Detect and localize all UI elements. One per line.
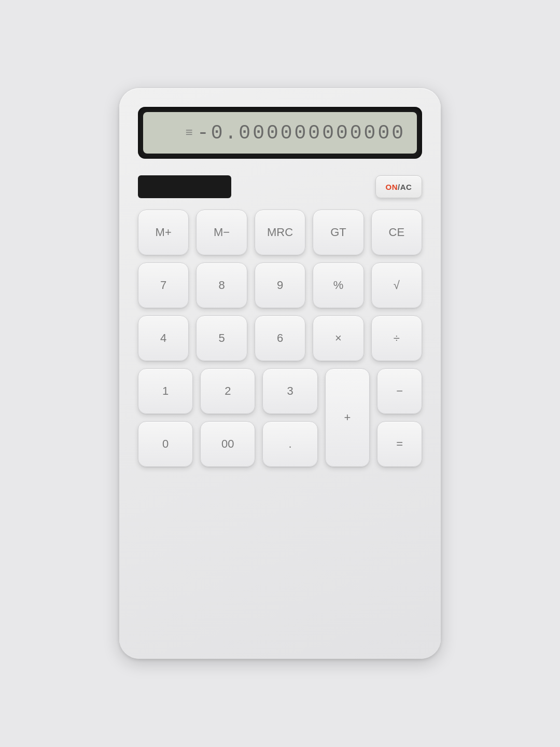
three-button[interactable]: 3 [262,368,317,414]
display-prefix: ≡ [186,126,193,140]
nine-button[interactable]: 9 [255,262,305,308]
zero-button[interactable]: 0 [138,421,193,467]
last-two-rows: 1 2 3 0 00 . + − [138,368,422,467]
divide-label: ÷ [394,331,400,345]
three-label: 3 [287,384,293,398]
mrc-label: MRC [267,226,293,239]
display-section: ≡ -0.000000000000 [138,107,422,159]
two-label: 2 [225,384,231,398]
gt-button[interactable]: GT [313,210,363,255]
plus-label: + [344,411,351,424]
percent-button[interactable]: % [313,262,363,308]
sqrt-button[interactable]: √ [371,262,422,308]
far-right-col: − = [377,368,422,467]
seven-label: 7 [160,279,166,292]
buttons-section: M+ M− MRC GT CE 7 8 9 % √ 4 5 6 × ÷ [138,210,422,640]
mrc-button[interactable]: MRC [255,210,305,255]
ce-button[interactable]: CE [371,210,422,255]
nine-label: 9 [277,279,283,292]
solar-panel [138,175,231,198]
two-button[interactable]: 2 [200,368,255,414]
num-cols: 1 2 3 0 00 . [138,368,318,467]
four-button[interactable]: 4 [138,315,189,361]
divide-button[interactable]: ÷ [371,315,422,361]
six-label: 6 [277,331,283,345]
six-button[interactable]: 6 [255,315,305,361]
m-minus-button[interactable]: M− [196,210,247,255]
double-zero-label: 00 [221,437,234,451]
row-0: 0 00 . [138,421,318,467]
equals-label: = [396,437,403,451]
m-plus-button[interactable]: M+ [138,210,189,255]
five-button[interactable]: 5 [196,315,247,361]
eight-label: 8 [218,279,225,292]
seven-button[interactable]: 7 [138,262,189,308]
decimal-label: . [288,437,291,451]
equals-button[interactable]: = [377,421,422,467]
four-label: 4 [160,331,166,345]
double-zero-button[interactable]: 00 [200,421,255,467]
sqrt-label: √ [394,279,400,292]
one-button[interactable]: 1 [138,368,193,414]
row-123: 1 2 3 [138,368,318,414]
m-minus-label: M− [214,226,230,239]
top-row: ON/AC [138,175,422,198]
decimal-button[interactable]: . [262,421,317,467]
eight-button[interactable]: 8 [196,262,247,308]
m-plus-label: M+ [156,226,172,239]
on-ac-button[interactable]: ON/AC [375,175,422,198]
percent-label: % [333,279,344,292]
row-789: 7 8 9 % √ [138,262,422,308]
ce-label: CE [389,226,405,239]
memory-row: M+ M− MRC GT CE [138,210,422,255]
display-screen: ≡ -0.000000000000 [143,112,417,154]
minus-label: − [396,384,403,398]
multiply-label: × [335,331,342,345]
ac-label: AC [400,183,412,191]
calculator: ≡ -0.000000000000 ON/AC M+ M− MRC GT CE … [119,88,441,659]
row-456: 4 5 6 × ÷ [138,315,422,361]
five-label: 5 [218,331,225,345]
display-value: -0.000000000000 [197,122,405,144]
multiply-button[interactable]: × [313,315,363,361]
zero-label: 0 [162,437,169,451]
gt-label: GT [330,226,346,239]
right-col: + [325,368,370,467]
on-label: ON [386,183,398,191]
one-label: 1 [162,384,169,398]
plus-button[interactable]: + [325,368,370,467]
minus-button[interactable]: − [377,368,422,414]
